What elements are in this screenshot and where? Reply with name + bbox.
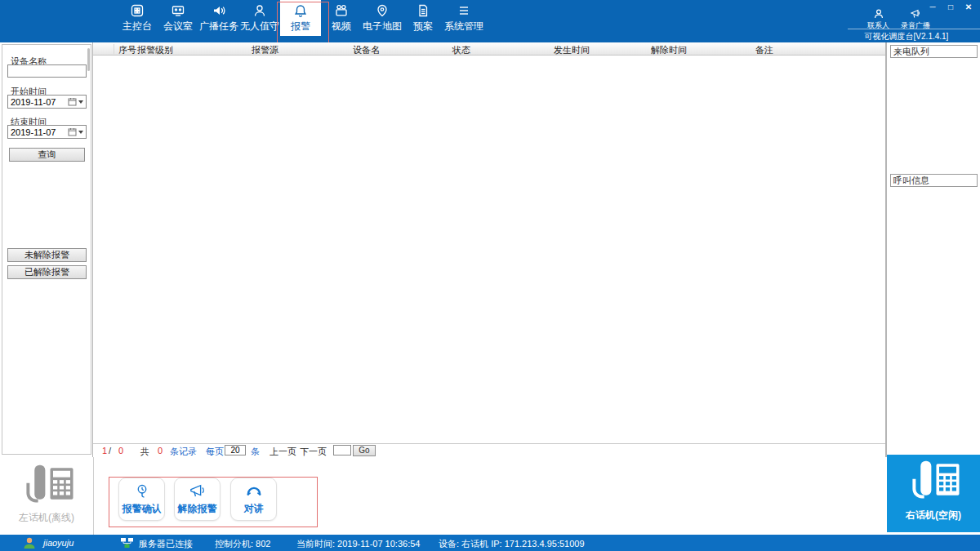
- megaphone-icon: [189, 483, 207, 500]
- contacts-button[interactable]: 联系人: [867, 8, 889, 31]
- tab-label: 电子地图: [363, 20, 402, 33]
- col-remark[interactable]: 备注: [755, 44, 773, 56]
- right-phone-panel[interactable]: 右话机(空闲): [887, 455, 980, 532]
- tab-label: 系统管理: [444, 20, 483, 33]
- close-button[interactable]: ✕: [962, 2, 975, 13]
- calendar-icon: [68, 127, 77, 136]
- col-device-name[interactable]: 设备名: [353, 44, 380, 56]
- start-time-picker[interactable]: 2019-11-07: [7, 95, 87, 109]
- maximize-button[interactable]: □: [944, 2, 957, 13]
- top-right-actions: 联系人 录音广播: [867, 8, 930, 31]
- tab-label: 报警: [291, 20, 310, 33]
- map-pin-icon: [375, 3, 390, 18]
- query-button[interactable]: 查询: [9, 148, 85, 162]
- column-separator: [114, 44, 114, 54]
- tab-alarm[interactable]: 报警: [280, 0, 321, 36]
- plan-doc-icon: [416, 3, 430, 18]
- titlebar-separator: [848, 29, 980, 29]
- tab-label: 无人值守: [240, 20, 279, 33]
- col-occur-time[interactable]: 发生时间: [554, 44, 590, 56]
- tab-meeting-room[interactable]: 会议室: [158, 0, 198, 36]
- video-camera-icon: [334, 3, 349, 18]
- call-info-header: 呼叫信息: [890, 174, 978, 187]
- device-name-input[interactable]: [7, 64, 87, 78]
- resolved-alarms-button[interactable]: 已解除报警: [7, 265, 87, 279]
- device-ip-text: 设备: 右话机 IP: 171.213.4.95:51009: [439, 538, 585, 550]
- intercom-button[interactable]: 对讲: [230, 478, 277, 521]
- left-panel-scrollbar[interactable]: [87, 48, 90, 71]
- pagination-bar: 1 / 0 共 0 条记录 每页 条 上一页 下一页 Go: [93, 443, 885, 457]
- alarm-table-body-empty: [93, 56, 885, 443]
- tab-video[interactable]: 视频: [321, 0, 362, 36]
- page-separator: /: [109, 446, 111, 455]
- network-status-icon: [120, 537, 134, 549]
- incoming-call-queue-header: 来电队列: [890, 45, 978, 58]
- contacts-icon: [873, 8, 884, 20]
- status-bar: jiaoyuju 服务器已连接 控制分机: 802 当前时间: 2019-11-…: [0, 535, 980, 551]
- window-controls: ─ □ ✕: [926, 2, 975, 13]
- handset-icon: [245, 483, 263, 500]
- left-filter-column: 设备名称 开始时间 2019-11-07 结束时间 2019-11-07 查询 …: [0, 42, 93, 457]
- dispatch-console-window: 主控台 会议室 广播任务 无人值守 报警 视频: [0, 0, 980, 551]
- alarm-table-header: 序号 报警级别 报警源 设备名 状态 发生时间 解除时间 备注: [93, 42, 885, 56]
- dropdown-arrow-icon: [78, 100, 83, 104]
- system-menu-icon: [457, 3, 471, 18]
- tab-label: 主控台: [122, 20, 152, 33]
- current-page: 1: [102, 446, 107, 455]
- left-filter-panel: 设备名称 开始时间 2019-11-07 结束时间 2019-11-07 查询 …: [2, 44, 91, 455]
- unresolved-alarms-button[interactable]: 未解除报警: [7, 248, 87, 262]
- calendar-icon: [68, 97, 77, 106]
- go-button[interactable]: Go: [353, 445, 376, 456]
- col-release-time[interactable]: 解除时间: [651, 44, 687, 56]
- tab-broadcast-task[interactable]: 广播任务: [198, 0, 239, 36]
- tab-label: 会议室: [163, 20, 193, 33]
- tab-electronic-map[interactable]: 电子地图: [362, 0, 403, 36]
- desk-phone-icon: [904, 460, 963, 505]
- release-alarm-button[interactable]: 解除报警: [174, 478, 220, 521]
- total-count: 0: [158, 446, 163, 455]
- tab-label: 预案: [413, 20, 433, 33]
- records-label: 条记录: [170, 446, 197, 458]
- contacts-label: 联系人: [867, 20, 889, 31]
- col-status[interactable]: 状态: [452, 44, 470, 56]
- col-alarm-source[interactable]: 报警源: [252, 44, 278, 56]
- tab-label: 广播任务: [199, 20, 238, 33]
- server-status-text: 服务器已连接: [139, 538, 193, 550]
- per-page-label: 每页: [206, 446, 224, 458]
- user-avatar-icon: [23, 536, 36, 549]
- release-alarm-label: 解除报警: [178, 502, 217, 516]
- tab-main-console[interactable]: 主控台: [117, 0, 158, 36]
- per-page-input[interactable]: [225, 445, 246, 455]
- right-phone-label: 右话机(空闲): [887, 509, 980, 522]
- record-broadcast-button[interactable]: 录音广播: [901, 8, 930, 31]
- total-label: 共: [140, 446, 149, 458]
- end-time-picker[interactable]: 2019-11-07: [7, 125, 87, 139]
- col-seq[interactable]: 序号: [118, 44, 136, 56]
- start-time-value: 2019-11-07: [8, 97, 68, 107]
- bottom-zone: 左话机(离线) 报警确认 解除报警 对讲: [0, 457, 980, 535]
- alarm-lamp-icon: [133, 483, 151, 500]
- dropdown-arrow-icon: [78, 131, 83, 134]
- left-phone-panel[interactable]: 左话机(离线): [0, 457, 93, 535]
- goto-page-input[interactable]: [333, 445, 351, 455]
- total-pages: 0: [118, 446, 123, 455]
- left-phone-label: 左话机(离线): [0, 511, 93, 525]
- username: jiaoyuju: [43, 538, 74, 548]
- bottom-separator: [93, 457, 94, 535]
- unit-label: 条: [251, 446, 260, 458]
- tab-unattended[interactable]: 无人值守: [239, 0, 280, 36]
- end-time-value: 2019-11-07: [8, 127, 68, 137]
- unattended-icon: [252, 3, 267, 18]
- prev-page-link[interactable]: 上一页: [270, 446, 296, 458]
- col-alarm-level[interactable]: 报警级别: [137, 44, 173, 56]
- broadcast-task-icon: [212, 3, 226, 18]
- record-broadcast-label: 录音广播: [901, 20, 930, 31]
- tab-system-management[interactable]: 系统管理: [443, 0, 484, 36]
- tab-plan[interactable]: 预案: [403, 0, 443, 36]
- app-title: 可视化调度台[V2.1.4.1]: [853, 31, 960, 42]
- confirm-alarm-button[interactable]: 报警确认: [118, 478, 165, 521]
- alarm-table-area: 序号 报警级别 报警源 设备名 状态 发生时间 解除时间 备注 1 / 0 共 …: [93, 42, 886, 457]
- next-page-link[interactable]: 下一页: [300, 446, 327, 458]
- top-nav-bar: 主控台 会议室 广播任务 无人值守 报警 视频: [0, 0, 980, 42]
- desk-phone-icon: [18, 464, 77, 509]
